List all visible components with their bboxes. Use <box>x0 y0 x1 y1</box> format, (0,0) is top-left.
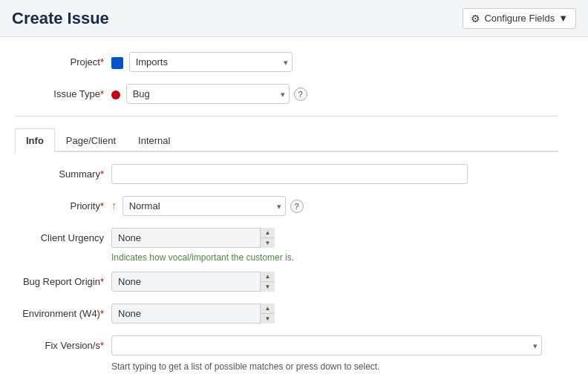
page-header: Create Issue ⚙ Configure Fields ▼ <box>0 0 588 37</box>
page-title: Create Issue <box>12 9 109 28</box>
client-urgency-hint: Indicates how vocal/important the custom… <box>111 252 558 263</box>
issuetype-select[interactable]: Bug <box>126 84 290 104</box>
fix-version-label: Fix Version/s* <box>15 340 111 351</box>
project-select[interactable]: Imports <box>129 52 293 72</box>
project-control: Imports ▾ <box>111 52 558 72</box>
tab-page-client[interactable]: Page/Client <box>55 128 127 152</box>
issuetype-control: Bug ▾ ? <box>111 84 558 104</box>
environment-spinner-up[interactable]: ▲ <box>261 304 275 314</box>
project-row: Project* Imports ▾ <box>15 52 558 72</box>
tabs-bar: Info Page/Client Internal <box>15 128 558 152</box>
bug-report-origin-select[interactable]: None <box>111 272 275 292</box>
configure-fields-button[interactable]: ⚙ Configure Fields ▼ <box>463 8 576 29</box>
client-urgency-select[interactable]: None <box>111 228 275 248</box>
environment-control: None ▲ ▼ <box>111 304 558 324</box>
bug-report-origin-label: Bug Report Origin* <box>15 276 111 287</box>
configure-fields-arrow: ▼ <box>558 13 568 24</box>
project-required: * <box>100 56 104 68</box>
client-urgency-spinner-wrapper: None ▲ ▼ <box>111 228 275 248</box>
environment-label: Environment (W4)* <box>15 308 111 319</box>
bug-report-origin-required: * <box>100 276 104 287</box>
environment-spinner: ▲ ▼ <box>260 304 275 324</box>
issuetype-help-icon[interactable]: ? <box>294 88 307 101</box>
environment-spinner-down[interactable]: ▼ <box>261 314 275 324</box>
client-urgency-spinner-down[interactable]: ▼ <box>261 238 275 248</box>
project-select-wrapper: Imports ▾ <box>111 52 293 72</box>
environment-row: Environment (W4)* None ▲ ▼ <box>15 304 558 324</box>
bug-report-origin-spinner-up[interactable]: ▲ <box>261 272 275 282</box>
bug-icon <box>111 91 120 99</box>
section-divider <box>15 116 558 117</box>
summary-required: * <box>100 168 104 180</box>
priority-control: ↑ Normal ▾ ? <box>111 196 558 216</box>
fix-version-select-wrapper: ▾ <box>111 335 542 355</box>
priority-row: Priority* ↑ Normal ▾ ? <box>15 196 558 216</box>
bug-report-origin-row: Bug Report Origin* None ▲ ▼ <box>15 272 558 292</box>
client-urgency-row: Client Urgency None ▲ ▼ <box>15 228 558 248</box>
project-label: Project* <box>15 56 111 68</box>
form-container: Project* Imports ▾ Issue Type* Bug ▾ <box>0 37 588 374</box>
priority-arrow-icon: ↑ <box>111 200 117 211</box>
gear-icon: ⚙ <box>471 13 480 24</box>
tab-internal[interactable]: Internal <box>127 128 181 152</box>
priority-select[interactable]: Normal <box>122 196 286 216</box>
priority-help-icon[interactable]: ? <box>290 200 304 213</box>
environment-spinner-wrapper: None ▲ ▼ <box>111 304 275 324</box>
priority-required: * <box>100 200 104 211</box>
priority-select-wrapper: ↑ Normal ▾ <box>111 196 286 216</box>
client-urgency-spinner-up[interactable]: ▲ <box>261 228 275 238</box>
summary-label: Summary* <box>15 168 111 180</box>
environment-required: * <box>100 308 104 319</box>
configure-fields-label: Configure Fields <box>484 13 555 24</box>
summary-control <box>111 164 558 184</box>
issuetype-label: Issue Type* <box>15 88 111 99</box>
fix-version-required: * <box>100 340 104 351</box>
bug-report-origin-spinner-wrapper: None ▲ ▼ <box>111 272 275 292</box>
client-urgency-spinner: ▲ ▼ <box>260 228 275 248</box>
fix-version-control: ▾ <box>111 335 558 355</box>
bug-report-origin-spinner: ▲ ▼ <box>260 272 275 292</box>
bug-report-origin-spinner-down[interactable]: ▼ <box>261 282 275 292</box>
issuetype-select-wrapper: Bug ▾ <box>111 84 290 104</box>
issuetype-row: Issue Type* Bug ▾ ? <box>15 84 558 104</box>
tab-info[interactable]: Info <box>15 128 55 152</box>
fix-version-hint: Start typing to get a list of possible m… <box>111 361 558 372</box>
client-urgency-control: None ▲ ▼ <box>111 228 558 248</box>
issuetype-required: * <box>100 88 104 99</box>
bug-report-origin-control: None ▲ ▼ <box>111 272 558 292</box>
project-icon <box>111 57 123 69</box>
environment-select[interactable]: None <box>111 304 275 324</box>
summary-row: Summary* <box>15 164 558 184</box>
fix-version-select[interactable] <box>111 335 542 355</box>
summary-input[interactable] <box>111 164 468 184</box>
client-urgency-label: Client Urgency <box>15 232 111 243</box>
priority-label: Priority* <box>15 200 111 211</box>
fix-version-row: Fix Version/s* ▾ <box>15 335 558 355</box>
